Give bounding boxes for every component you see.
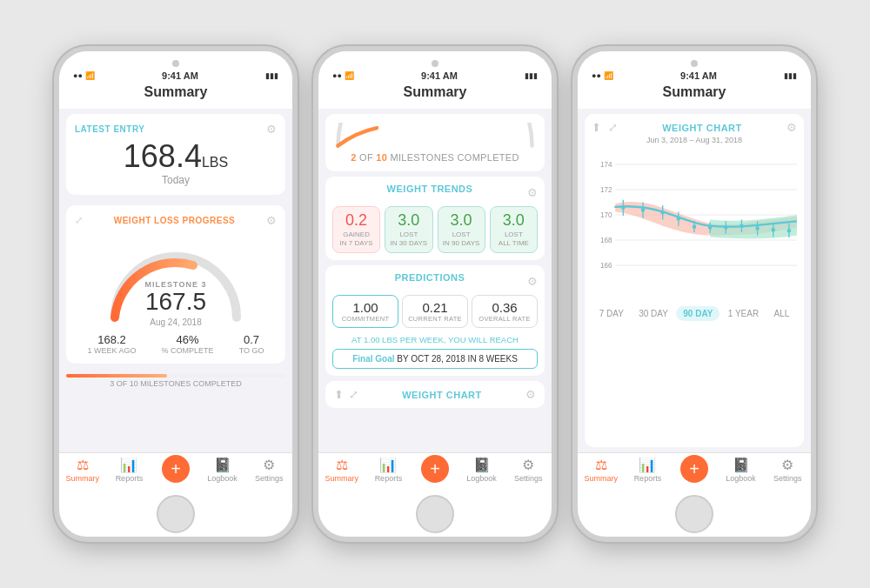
gear-icon-2[interactable]: ⚙ — [266, 214, 277, 227]
phone1-title: Summary — [144, 81, 208, 105]
latest-entry-header: LATEST ENTRY ⚙ — [75, 123, 277, 136]
svg-point-31 — [787, 229, 792, 233]
tab-settings-2[interactable]: ⚙ Settings — [506, 458, 550, 483]
tab-reports-3[interactable]: 📊 Reports — [626, 458, 669, 483]
expand-icon-3[interactable]: ⤢ — [608, 121, 618, 134]
trend-lost-alltime: 3.0 LOSTALL TIME — [490, 206, 538, 253]
wifi-icon-3: 📶 — [604, 71, 613, 80]
pred-label-1: CURRENT RATE — [406, 315, 464, 323]
expand-icon[interactable]: ⤢ — [75, 215, 83, 226]
latest-entry-card: LATEST ENTRY ⚙ 168.4LBS Today — [66, 114, 285, 195]
tab-summary-1[interactable]: ⚖ Summary — [61, 458, 104, 483]
add-button-3[interactable]: + — [680, 455, 708, 483]
gauge-svg — [97, 239, 254, 326]
pred-label-2: OVERALL RATE — [476, 315, 533, 323]
gear-icon-trends[interactable]: ⚙ — [527, 186, 538, 199]
status-right-1: ▮▮▮ — [265, 71, 278, 80]
phones-container: ●● 📶 9:41 AM ▮▮▮ Summary LATEST ENTRY ⚙ — [37, 29, 833, 559]
phone-2: ●● 📶 9:41 AM ▮▮▮ Summary — [313, 46, 557, 542]
predictions-header: PREDICTIONS ⚙ — [332, 272, 538, 290]
tab-summary-3[interactable]: ⚖ Summary — [579, 458, 623, 483]
signal-icon-3: ●● — [592, 71, 601, 80]
trends-card: WEIGHT TRENDS ⚙ 0.2 GAINEDIN 7 DAYS 3.0 … — [325, 177, 545, 260]
trend-lost-90days: 3.0 LOSTIN 90 DAYS — [438, 206, 485, 253]
phone2-top: ●● 📶 9:41 AM ▮▮▮ Summary — [318, 51, 552, 109]
pred-goal-box: Final Goal BY OCT 28, 2018 IN 8 WEEKS — [332, 349, 538, 369]
svg-point-11 — [621, 206, 626, 210]
svg-point-19 — [693, 224, 697, 229]
phone-3: ●● 📶 9:41 AM ▮▮▮ Summary ⬆ ⤢ — [572, 46, 816, 542]
phone2-content: 2 OF 10 MILESTONES COMPLETED WEIGHT TREN… — [318, 109, 552, 452]
svg-text:166: 166 — [600, 262, 612, 270]
reports-icon-1: 📊 — [120, 458, 137, 472]
tab-1year[interactable]: 1 YEAR — [721, 306, 766, 321]
phone1-top: ●● 📶 9:41 AM ▮▮▮ Summary — [59, 51, 292, 109]
share-icon-2[interactable]: ⬆ — [334, 388, 344, 401]
chart-card-header: ⬆ ⤢ WEIGHT CHART ⚙ — [592, 121, 797, 134]
home-button-2[interactable] — [416, 495, 454, 533]
tab-90day[interactable]: 90 DAY — [676, 306, 719, 321]
logbook-icon-3: 📓 — [733, 458, 750, 472]
home-button-3[interactable] — [675, 495, 713, 533]
tab-logbook-1[interactable]: 📓 Logbook — [201, 458, 244, 483]
tab-add-1[interactable]: + — [154, 458, 197, 483]
tab-label-reports-3: Reports — [634, 474, 662, 483]
pred-val-0: 1.00 — [337, 300, 394, 315]
tab-logbook-3[interactable]: 📓 Logbook — [719, 458, 763, 483]
weight-chart-mini: ⬆ ⤢ WEIGHT CHART ⚙ — [325, 381, 545, 408]
tab-settings-3[interactable]: ⚙ Settings — [766, 458, 809, 483]
add-button-1[interactable]: + — [162, 455, 190, 483]
tab-add-2[interactable]: + — [413, 458, 457, 483]
tab-settings-1[interactable]: ⚙ Settings — [247, 458, 291, 483]
tab-reports-1[interactable]: 📊 Reports — [107, 458, 151, 483]
share-icon-3[interactable]: ⬆ — [592, 121, 601, 134]
tab-logbook-2[interactable]: 📓 Logbook — [460, 458, 504, 483]
chart-date-range: Jun 3, 2018 – Aug 31, 2018 — [592, 136, 797, 144]
trend-label-2: LOSTIN 90 DAYS — [442, 231, 481, 247]
latest-weight-value: 168.4LBS — [75, 141, 277, 172]
gear-icon-1[interactable]: ⚙ — [266, 123, 277, 136]
pred-current-rate: 0.21 CURRENT RATE — [402, 295, 468, 328]
tab-30day[interactable]: 30 DAY — [632, 306, 675, 321]
status-right-3: ▮▮▮ — [784, 71, 797, 80]
add-button-2[interactable]: + — [421, 455, 449, 483]
predictions-card: PREDICTIONS ⚙ 1.00 COMMITMENT 0.21 CURRE… — [325, 265, 545, 376]
speaker-dot-2 — [432, 60, 438, 67]
weight-loss-title: WEIGHT LOSS PROGRESS — [114, 216, 235, 225]
tab-label-settings-3: Settings — [773, 474, 802, 483]
milestones-total: 10 — [376, 152, 387, 163]
tab-bar-3: ⚖ Summary 📊 Reports + 📓 Logbook ⚙ Settin… — [578, 452, 811, 490]
tab-reports-2[interactable]: 📊 Reports — [366, 458, 410, 483]
logbook-icon-1: 📓 — [214, 458, 231, 472]
tab-7day[interactable]: 7 DAY — [592, 306, 631, 321]
gear-icon-chart-3[interactable]: ⚙ — [786, 121, 797, 134]
tab-summary-2[interactable]: ⚖ Summary — [320, 458, 364, 483]
pred-overall-rate: 0.36 OVERALL RATE — [472, 295, 538, 328]
battery-icon-1: ▮▮▮ — [265, 71, 278, 80]
gauge-stat-togo: 0.7 TO GO — [239, 333, 264, 355]
time-2: 9:41 AM — [421, 70, 458, 81]
trend-label-0: GAINEDIN 7 DAYS — [337, 231, 376, 247]
svg-point-21 — [708, 225, 713, 230]
weight-chart-svg: 174 172 170 168 166 — [592, 150, 797, 297]
pred-goal-by: BY OCT 28, 2018 IN 8 WEEKS — [397, 354, 518, 364]
chart-icons: ⬆ ⤢ — [592, 121, 618, 134]
phone3-top: ●● 📶 9:41 AM ▮▮▮ Summary — [578, 51, 811, 109]
svg-point-27 — [755, 226, 760, 231]
tab-label-summary-3: Summary — [585, 474, 619, 483]
svg-point-29 — [772, 228, 776, 232]
gear-icon-pred[interactable]: ⚙ — [527, 275, 538, 288]
home-button-1[interactable] — [157, 495, 195, 533]
gauge-stat-week: 168.2 1 WEEK AGO — [88, 333, 137, 355]
trends-header: WEIGHT TRENDS ⚙ — [332, 184, 538, 201]
expand-icon-2[interactable]: ⤢ — [349, 388, 358, 401]
tab-add-3[interactable]: + — [673, 458, 716, 483]
signal-icon-2: ●● — [332, 71, 342, 80]
tab-all[interactable]: ALL — [767, 306, 797, 321]
svg-text:174: 174 — [600, 161, 612, 169]
battery-icon-2: ▮▮▮ — [525, 71, 538, 80]
reports-icon-3: 📊 — [639, 458, 656, 472]
pred-goal-text: Final Goal — [352, 354, 394, 364]
gear-icon-chart-2[interactable]: ⚙ — [525, 388, 536, 401]
wifi-icon-1: 📶 — [85, 71, 95, 80]
